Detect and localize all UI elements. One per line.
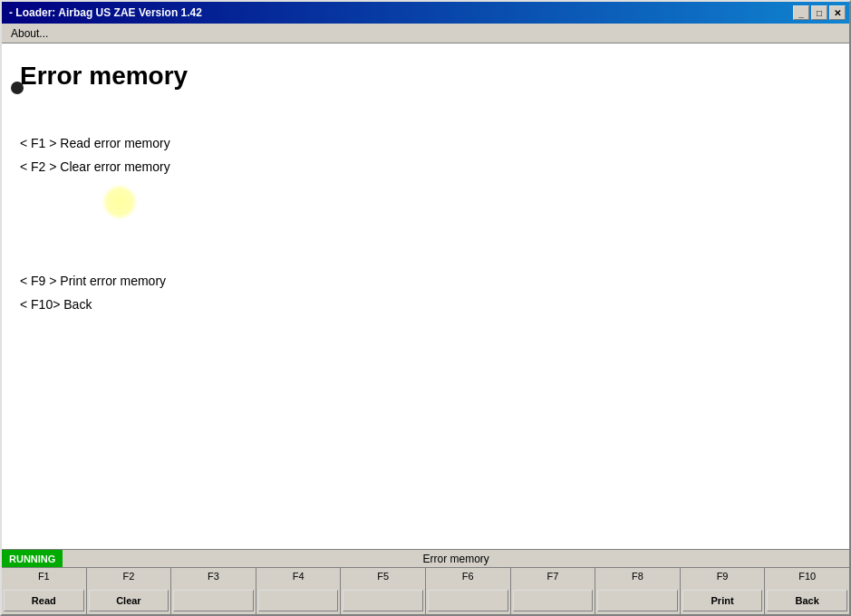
- fn-label-f7: F7: [546, 571, 558, 582]
- main-content: Error memory < F1 > Read error memory < …: [2, 43, 849, 549]
- fn-button-f9[interactable]: Print: [682, 590, 763, 611]
- fn-group-f1: F1 Read: [2, 568, 87, 614]
- option-f9: < F9 > Print error memory: [20, 274, 831, 288]
- option-f10-label: Back: [63, 297, 92, 312]
- option-f10-key: < F10>: [20, 297, 63, 312]
- option-f1-key: < F1 >: [20, 136, 60, 150]
- title-bar-text: - Loader: Airbag US ZAE Version 1.42: [5, 6, 202, 19]
- option-f1-label: Read error memory: [60, 136, 169, 150]
- page-title: Error memory: [20, 62, 831, 91]
- fn-label-f4: F4: [293, 571, 305, 582]
- status-running: RUNNING: [2, 550, 63, 567]
- fn-label-f8: F8: [632, 571, 643, 582]
- fn-button-f10[interactable]: Back: [767, 590, 847, 611]
- title-bar: - Loader: Airbag US ZAE Version 1.42 _ □…: [2, 2, 849, 24]
- function-bar: F1 Read F2 Clear F3 F4 F5 F6 F7 F8: [2, 567, 849, 614]
- fn-button-f6[interactable]: [428, 590, 508, 611]
- option-f2-label: Clear error memory: [60, 159, 169, 174]
- close-button[interactable]: ✕: [829, 5, 846, 20]
- main-window: - Loader: Airbag US ZAE Version 1.42 _ □…: [0, 0, 851, 616]
- fn-group-f8: F8: [595, 568, 681, 614]
- fn-group-f6: F6: [426, 568, 511, 614]
- fn-button-f5[interactable]: [343, 590, 423, 611]
- fn-button-f8[interactable]: [597, 590, 678, 611]
- fn-button-f3[interactable]: [173, 590, 254, 611]
- option-f9-key: < F9 >: [20, 274, 60, 288]
- fn-group-f2: F2 Clear: [87, 568, 172, 614]
- option-f9-label: Print error memory: [60, 274, 166, 288]
- minimize-button[interactable]: _: [793, 5, 809, 20]
- fn-button-f1[interactable]: Read: [4, 590, 84, 611]
- option-f1: < F1 > Read error memory: [20, 136, 831, 150]
- fn-button-f2[interactable]: Clear: [89, 590, 169, 611]
- fn-button-f4[interactable]: [258, 590, 339, 611]
- fn-group-f7: F7: [511, 568, 596, 614]
- status-bar: RUNNING Error memory: [2, 549, 849, 567]
- fn-label-f6: F6: [462, 571, 474, 582]
- fn-group-f10: F10 Back: [765, 568, 849, 614]
- fn-group-f4: F4: [256, 568, 342, 614]
- status-text: Error memory: [63, 553, 849, 565]
- menu-options: < F1 > Read error memory < F2 > Clear er…: [20, 136, 831, 312]
- fn-label-f1: F1: [38, 571, 50, 582]
- option-f10: < F10> Back: [20, 297, 831, 312]
- fn-button-f7[interactable]: [513, 590, 594, 611]
- fn-group-f5: F5: [341, 568, 426, 614]
- fn-label-f3: F3: [208, 571, 219, 582]
- fn-label-f10: F10: [798, 571, 816, 582]
- title-bar-buttons: _ □ ✕: [793, 5, 846, 20]
- fn-group-f3: F3: [171, 568, 256, 614]
- fn-label-f9: F9: [717, 571, 729, 582]
- menu-bar: About...: [2, 24, 849, 43]
- option-f2-key: < F2 >: [20, 159, 60, 174]
- loading-indicator: [11, 82, 24, 94]
- fn-group-f9: F9 Print: [681, 568, 766, 614]
- option-f2: < F2 > Clear error memory: [20, 159, 831, 174]
- about-menu-item[interactable]: About...: [5, 25, 53, 42]
- fn-label-f2: F2: [122, 571, 134, 582]
- maximize-button[interactable]: □: [811, 5, 827, 20]
- fn-label-f5: F5: [377, 571, 389, 582]
